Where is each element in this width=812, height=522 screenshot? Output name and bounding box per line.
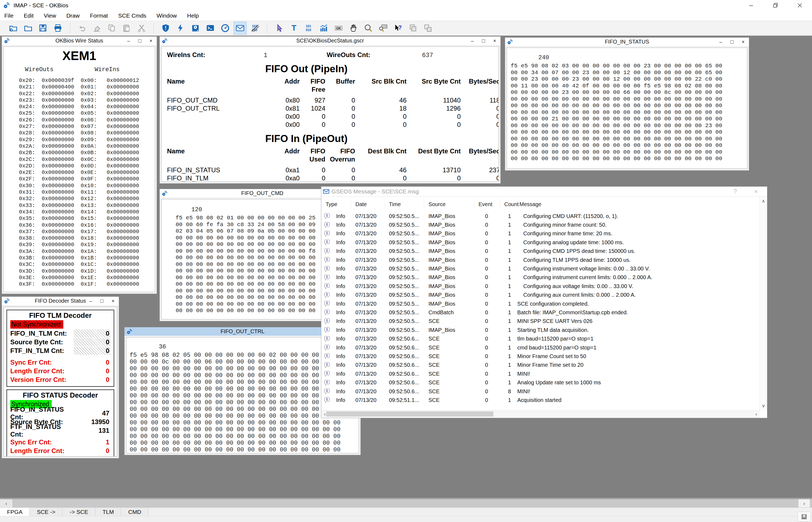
close-button[interactable]: × [112,298,115,304]
ok-button[interactable]: OK [332,22,345,34]
column-header[interactable]: Event [474,199,500,209]
message-row[interactable]: Info 07/13/20 09:52:51.1... SCE 0 1 Acqu… [321,396,760,404]
maximize-button[interactable]: □ [138,38,141,44]
message-row[interactable]: Info 07/13/20 09:52:50.6... SCE 0 1 Mino… [321,361,760,369]
message-row[interactable]: Info 07/13/20 09:52:50.5... SCE 0 1 MINI… [321,317,760,326]
menu-item[interactable]: Edit [24,13,34,19]
message-row[interactable]: Info 07/13/20 09:52:50.5... IMAP_Bios 0 … [321,212,760,220]
message-row[interactable]: Info 07/13/20 09:52:50.6... SCE 0 1 tlm … [321,334,760,343]
paste-button[interactable] [120,22,133,34]
maximize-button[interactable]: □ [100,298,103,304]
console-button[interactable] [204,22,216,34]
messages-button[interactable] [234,22,246,34]
message-horizontal-scrollbar[interactable]: ‹ › [321,410,760,418]
menu-item[interactable]: Format [90,13,108,19]
tile-windows-button[interactable] [422,22,434,34]
scroll-right-button[interactable]: › [798,499,810,507]
chart-button[interactable] [317,22,330,34]
message-row[interactable]: Info 07/13/20 09:52:50.6... SCE 0 1 MINI… [321,369,760,378]
shield-button[interactable] [159,22,172,34]
fifo-in-status-titlebar[interactable]: FIFO_IN_STATUS – □ × [505,38,749,46]
restore-button[interactable] [763,0,788,11]
message-row[interactable]: Info 07/13/20 09:52:50.5... IMAP_Bios 0 … [321,256,760,264]
maximize-button[interactable]: □ [482,38,485,44]
minimize-button[interactable]: – [719,39,722,45]
workbook-tab[interactable]: SCE -> [30,508,62,516]
close-button[interactable]: × [149,38,152,44]
pointer-button[interactable] [273,22,285,34]
close-button[interactable]: × [754,188,758,195]
scroll-right-icon[interactable]: › [753,410,760,418]
menu-item[interactable]: Draw [66,13,80,19]
dec-status-titlebar[interactable]: SCE\OKBiosDecStatus.gscr – □ × [160,37,501,45]
column-header[interactable]: Message [515,199,760,209]
close-button[interactable]: × [742,39,745,45]
menu-item[interactable]: Window [157,13,177,19]
message-row[interactable]: Info 07/13/20 09:52:50.5... IMAP_Bios 0 … [321,273,760,282]
erase-button[interactable] [91,22,103,34]
gseos-titlebar[interactable]: GSEOS Message - SCE\SCE.msg ? × [321,187,767,197]
scroll-left-button[interactable]: ‹ [0,499,13,507]
message-row[interactable]: Info 07/13/20 09:52:50.5... IMAP_Bios 0 … [321,247,760,256]
menu-item[interactable]: Help [187,13,199,19]
save-button[interactable] [37,22,49,34]
minimize-button[interactable]: – [89,298,92,304]
column-header[interactable]: Date [351,199,385,209]
minimize-button[interactable] [739,0,763,11]
undo-button[interactable] [76,22,88,34]
cut-button[interactable] [135,22,148,34]
message-row[interactable]: Info 07/13/20 09:52:50.5... IMAP_Bios 0 … [321,238,760,247]
workbook-tab[interactable]: TLM [96,508,121,516]
message-row[interactable]: Info 07/13/20 09:52:50.6... SCE 0 1 Mino… [321,352,760,361]
text-tool-button[interactable]: T [288,22,300,34]
minimize-button[interactable]: – [127,38,130,44]
lightning-button[interactable] [174,22,187,34]
wire-status-titlebar[interactable]: OKBios Wire Status – □ × [2,37,157,45]
open-folder-button[interactable] [22,22,34,34]
message-row[interactable]: Info 07/13/20 09:52:50.5... IMAP_Bios 0 … [321,291,760,299]
close-button[interactable]: × [493,38,496,44]
column-header[interactable]: Source [424,199,474,209]
workbook-tab[interactable]: -> SCE [62,508,95,516]
workbook-tab[interactable]: FPGA [0,508,30,516]
binary-off-button[interactable]: 101010 [249,22,261,34]
drive-button[interactable] [189,22,202,34]
menu-item[interactable]: SCE Cmds [118,13,147,19]
scrollbar-thumb[interactable] [326,411,494,417]
column-header[interactable]: Time [385,199,424,209]
message-row[interactable]: Info 07/13/20 09:52:50.6... SCE 0 1 cmd … [321,343,760,352]
message-vertical-scrollbar[interactable]: ∧ ∨ [759,197,767,410]
binary-button[interactable]: 101010 [303,22,315,34]
column-header[interactable]: Type [321,199,351,209]
context-help-button[interactable]: ? [392,22,404,34]
menu-item[interactable]: File [4,13,14,19]
message-row[interactable]: Info 07/13/20 09:52:50.5... IMAP_Bios 0 … [321,229,760,238]
new-script-button[interactable] [7,22,19,34]
column-header[interactable]: Count [500,199,515,209]
message-row[interactable]: Info 07/13/20 09:52:50.5... IMAP_Bios 0 … [321,220,760,229]
copy-button[interactable] [105,22,118,34]
print-button[interactable] [52,22,64,34]
fifo-decoder-titlebar[interactable]: FIFO Decoder Status – □ × [2,297,119,305]
mdi-horizontal-scrollbar[interactable]: ‹ › [0,499,812,507]
message-row[interactable]: Info 07/13/20 09:52:50.5... CmdBatch 0 1… [321,308,760,317]
maximize-button[interactable]: □ [730,39,733,45]
message-row[interactable]: Info 07/13/20 09:52:50.5... IMAP_Bios 0 … [321,299,760,308]
scroll-up-icon[interactable]: ∧ [760,198,767,204]
workbook-tab[interactable]: CMD [121,508,149,516]
zoom-100-button[interactable]: 100 [377,22,389,34]
message-row[interactable]: Info 07/13/20 09:52:50.6... SCE 0 8 MINI… [321,387,760,396]
pan-hand-button[interactable] [347,22,360,34]
help-button[interactable]: ? [734,188,737,195]
message-row[interactable]: Info 07/13/20 09:52:50.5... IMAP_Bios 0 … [321,282,760,290]
close-button[interactable] [788,0,812,11]
message-row[interactable]: Info 07/13/20 09:52:50.6... SCE 0 1 Anal… [321,378,760,387]
message-row[interactable]: Info 07/13/20 09:52:50.5... IMAP_Bios 0 … [321,326,760,334]
zoom-button[interactable] [362,22,374,34]
menu-item[interactable]: View [44,13,56,19]
scroll-down-icon[interactable]: ∨ [760,403,767,409]
minimize-button[interactable]: – [471,38,474,44]
message-row[interactable]: Info 07/13/20 09:52:50.5... IMAP_Bios 0 … [321,264,760,273]
cascade-windows-button[interactable] [407,22,419,34]
app-titlebar[interactable]: IMAP - SCE - OKBios [0,0,812,11]
